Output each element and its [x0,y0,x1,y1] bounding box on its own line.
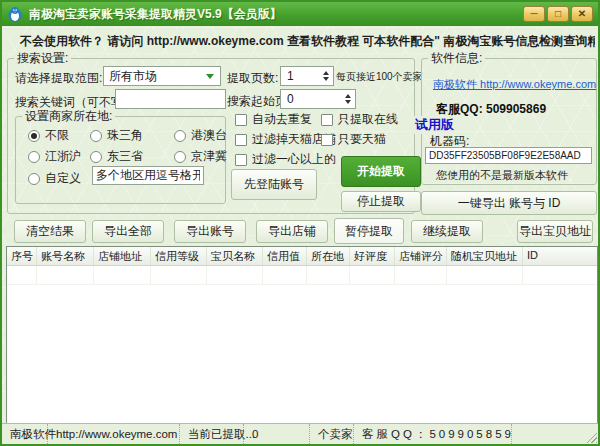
start-page-spinner[interactable]: 0 [280,89,356,109]
title-bar: 南极淘宝卖家账号采集提取精灵V5.9【会员版】 ─ □ ✕ [2,2,598,26]
status-filler [512,424,598,444]
market-scope-select[interactable]: 所有市场 [103,66,221,86]
scope-label: 请选择提取范围: [15,70,102,87]
pages-value: 1 [287,69,323,83]
radio-label: 东三省 [107,148,143,165]
radio-icon [90,151,102,163]
radio-icon [28,151,40,163]
machine-code-input[interactable] [425,147,592,164]
radio-location-unlimited[interactable]: 不限 [28,127,69,144]
export-item-urls-button[interactable]: 导出宝贝地址 [517,220,593,243]
pause-extract-button[interactable]: 暂停提取 [334,218,404,244]
seller-location-group: 设置商家所在地: 不限 珠三角 港澳台 江浙沪 东三省 [15,116,226,204]
pages-spinner[interactable]: 1 [280,66,334,86]
keyword-input[interactable] [115,89,226,109]
spinner-up-icon[interactable] [345,94,351,98]
stop-extract-button[interactable]: 停止提取 [341,191,421,212]
status-unit: 个卖家 [310,424,354,444]
checkbox-label: 只提取在线 [338,111,398,128]
checkbox-icon [235,134,247,146]
start-extract-button[interactable]: 开始提取 [341,156,421,187]
radio-location-jjj[interactable]: 京津冀 [174,148,227,165]
column-header-positive-rate[interactable]: 好评度 [350,247,395,265]
seller-location-label: 设置商家所在地: [22,109,115,123]
column-header-index[interactable]: 序号 [7,247,37,265]
status-extracted-label: 当前已提取... [180,424,244,444]
software-website-link[interactable]: 南极软件 http://www.okeyme.com [433,77,596,92]
radio-label: 不限 [45,127,69,144]
resume-extract-button[interactable]: 继续提取 [411,220,483,243]
minimize-icon[interactable]: ─ [523,6,545,22]
trial-edition-badge: 试用版 [413,116,456,134]
custom-location-input[interactable] [92,166,204,185]
radio-icon [28,173,40,185]
export-all-button[interactable]: 导出全部 [92,220,164,243]
pages-hint: 每页接近100个卖家 [336,70,423,84]
checkbox-icon [235,114,247,126]
clear-results-button[interactable]: 清空结果 [14,220,86,243]
radio-location-jzh[interactable]: 江浙沪 [28,148,81,165]
checkbox-tmall-only[interactable]: 只要天猫 [321,131,386,148]
radio-location-northeast[interactable]: 东三省 [90,148,143,165]
radio-label: 珠三角 [107,127,143,144]
checkbox-icon [321,114,333,126]
radio-label: 港澳台 [191,127,227,144]
checkbox-dedupe[interactable]: 自动去重复 [235,111,312,128]
radio-label: 京津冀 [191,148,227,165]
column-header-credit-value[interactable]: 信用值 [263,247,307,265]
close-icon[interactable]: ✕ [571,6,593,22]
export-accounts-button[interactable]: 导出账号 [174,220,246,243]
checkbox-label: 过滤一心以上的 [252,151,336,168]
status-bar: 南极软件 http://www.okeyme.com 当前已提取... 0 个卖… [2,423,598,444]
app-window: 南极淘宝卖家账号采集提取精灵V5.9【会员版】 ─ □ ✕ 不会使用软件？ 请访… [0,0,600,446]
pages-label: 提取页数: [227,70,278,87]
radio-icon [174,130,186,142]
window-controls: ─ □ ✕ [523,6,593,22]
status-url: http://www.okeyme.com [48,424,180,444]
column-header-random-item-url[interactable]: 随机宝贝地址 [447,247,523,265]
column-header-id[interactable]: ID [523,247,597,265]
column-header-location[interactable]: 所在地 [307,247,350,265]
maximize-icon[interactable]: □ [547,6,569,22]
column-header-shop-score[interactable]: 店铺评分 [395,247,447,265]
version-notice: 您使用的不是最新版本软件 [436,168,568,183]
market-scope-value: 所有市场 [109,68,206,85]
software-info-group: 软件信息: 南极软件 http://www.okeyme.com 客服QQ: 5… [421,58,597,185]
radio-selected-icon [28,130,40,142]
checkbox-label: 自动去重复 [252,111,312,128]
radio-location-pearl-delta[interactable]: 珠三角 [90,127,143,144]
column-header-shop-url[interactable]: 店铺地址 [94,247,151,265]
export-account-id-button[interactable]: 一键导出 账号与 ID [421,191,597,215]
status-service-qq: 客服QQ：509905859 [354,424,512,444]
login-first-button[interactable]: 先登陆账号 [231,169,317,200]
dropdown-arrow-icon [206,74,214,79]
checkbox-icon [321,134,333,146]
radio-location-hk-macau-tw[interactable]: 港澳台 [174,127,227,144]
empty-table-row [7,266,597,285]
penguin-app-icon [7,6,24,22]
search-settings-group: 搜索设置: 请选择提取范围: 所有市场 提取页数: 1 每页接近100个卖家 搜… [7,58,415,214]
results-table-header: 序号 账号名称 店铺地址 信用等级 宝贝名称 信用值 所在地 好评度 店铺评分 … [7,247,597,266]
export-shops-button[interactable]: 导出店铺 [256,220,328,243]
status-brand: 南极软件 [2,424,48,444]
help-notice: 不会使用软件？ 请访问 http://www.okeyme.com 查看软件教程… [5,29,595,53]
spinner-down-icon[interactable] [323,77,329,81]
radio-icon [90,130,102,142]
checkbox-online-only[interactable]: 只提取在线 [321,111,398,128]
radio-label: 自定义 [45,170,81,187]
status-extracted-count: 0 [244,424,310,444]
checkbox-filter-low-rating[interactable]: 过滤一心以上的 [235,151,336,168]
results-table: 序号 账号名称 店铺地址 信用等级 宝贝名称 信用值 所在地 好评度 店铺评分 … [6,246,598,424]
spinner-down-icon[interactable] [345,100,351,104]
column-header-account-name[interactable]: 账号名称 [37,247,94,265]
column-header-item-name[interactable]: 宝贝名称 [207,247,263,265]
radio-location-custom[interactable]: 自定义 [28,170,81,187]
checkbox-label: 只要天猫 [338,131,386,148]
spinner-up-icon[interactable] [323,71,329,75]
window-title: 南极淘宝卖家账号采集提取精灵V5.9【会员版】 [29,6,523,23]
checkbox-icon [235,154,247,166]
radio-label: 江浙沪 [45,148,81,165]
software-info-label: 软件信息: [428,51,485,65]
start-page-value: 0 [287,92,345,106]
column-header-credit-level[interactable]: 信用等级 [151,247,207,265]
